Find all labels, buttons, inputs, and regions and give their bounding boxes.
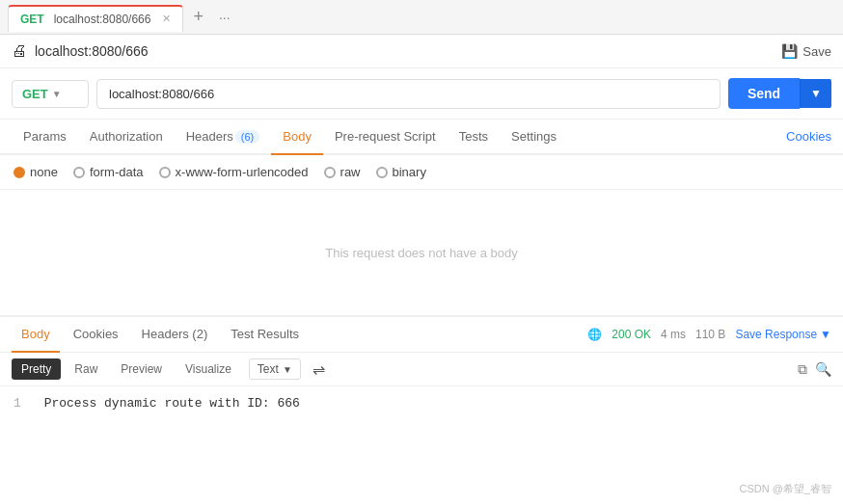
response-tab-testresults[interactable]: Test Results [221, 317, 309, 353]
response-tab-cookies[interactable]: Cookies [64, 317, 128, 353]
send-dropdown-button[interactable]: ▼ [800, 79, 831, 108]
option-binary-label: binary [393, 165, 426, 179]
code-content: 1 Process dynamic route with ID: 666 [0, 386, 843, 420]
tab-prerequest[interactable]: Pre-request Script [323, 119, 448, 155]
tab-close-icon[interactable]: ✕ [162, 13, 171, 25]
send-button-group: Send ▼ [728, 78, 831, 109]
address-bar: 🖨 localhost:8080/666 💾 Save [0, 35, 843, 68]
format-tab-preview[interactable]: Preview [111, 358, 172, 380]
response-tab-body[interactable]: Body [12, 317, 60, 353]
cookies-link[interactable]: Cookies [786, 129, 831, 144]
tab-settings[interactable]: Settings [500, 119, 568, 155]
format-tab-bar: Pretty Raw Preview Visualize Text ▼ ⇌ ⧉ … [0, 353, 843, 386]
radio-none-dot [14, 167, 25, 178]
save-response-chevron-icon: ▼ [820, 328, 831, 341]
tab-headers[interactable]: Headers(6) [175, 119, 272, 155]
save-response-label: Save Response [735, 328, 817, 341]
save-icon: 💾 [781, 43, 798, 59]
status-size: 110 B [695, 328, 725, 341]
status-ok: 200 OK [612, 328, 651, 341]
tab-authorization[interactable]: Authorization [78, 119, 175, 155]
tab-more-button[interactable]: ··· [213, 10, 236, 25]
option-urlencoded[interactable]: x-www-form-urlencoded [159, 165, 309, 179]
response-status-bar: 🌐 200 OK 4 ms 110 B Save Response ▼ [587, 328, 831, 341]
tab-bar: GET localhost:8080/666 ✕ + ··· [0, 0, 843, 35]
search-icon[interactable]: 🔍 [815, 361, 831, 378]
tab-tests[interactable]: Tests [448, 119, 500, 155]
tab-item-1[interactable]: GET localhost:8080/666 ✕ [8, 5, 183, 32]
tab-params[interactable]: Params [12, 119, 78, 155]
method-value: GET [22, 87, 48, 101]
option-none-label: none [30, 165, 58, 179]
response-section: Body Cookies Headers (2) Test Results 🌐 … [0, 315, 843, 420]
format-type-label: Text [258, 362, 279, 376]
copy-icon[interactable]: ⧉ [798, 361, 807, 378]
save-label: Save [802, 44, 831, 59]
radio-urlencoded-dot [159, 167, 171, 178]
code-line-1: Process dynamic route with ID: 666 [44, 396, 300, 411]
response-tab-bar: Body Cookies Headers (2) Test Results 🌐 … [0, 317, 843, 353]
option-binary[interactable]: binary [376, 165, 426, 179]
format-tab-pretty[interactable]: Pretty [12, 358, 61, 380]
format-icons-right: ⧉ 🔍 [798, 361, 831, 378]
watermark: CSDN @希望_睿智 [739, 482, 831, 496]
option-raw-label: raw [340, 165, 361, 179]
radio-form-data-dot [73, 167, 85, 178]
option-raw[interactable]: raw [324, 165, 361, 179]
url-input[interactable] [96, 79, 721, 109]
wrap-icon[interactable]: ⇌ [313, 360, 325, 379]
option-form-data[interactable]: form-data [73, 165, 144, 179]
format-tab-visualize[interactable]: Visualize [176, 358, 241, 380]
nav-tabs: Params Authorization Headers(6) Body Pre… [0, 119, 843, 155]
request-bar: GET ▼ Send ▼ [0, 68, 843, 119]
tab-url-label: localhost:8080/666 [54, 13, 151, 26]
status-time: 4 ms [661, 328, 686, 341]
tab-method-label: GET [20, 13, 44, 26]
option-none[interactable]: none [14, 165, 58, 179]
radio-raw-dot [324, 167, 336, 178]
address-url: localhost:8080/666 [35, 43, 149, 59]
save-button[interactable]: 💾 Save [781, 43, 831, 59]
format-chevron-icon: ▼ [283, 364, 292, 375]
body-options: none form-data x-www-form-urlencoded raw… [0, 155, 843, 190]
tab-body[interactable]: Body [271, 119, 323, 155]
format-tab-raw[interactable]: Raw [65, 358, 107, 380]
radio-binary-dot [376, 167, 388, 178]
chevron-down-icon: ▼ [52, 89, 62, 99]
option-urlencoded-label: x-www-form-urlencoded [176, 165, 309, 179]
option-form-data-label: form-data [90, 165, 144, 179]
address-icon: 🖨 [12, 42, 27, 60]
send-button[interactable]: Send [728, 78, 800, 109]
globe-icon: 🌐 [587, 328, 602, 341]
headers-badge: (6) [235, 130, 259, 144]
save-response-button[interactable]: Save Response ▼ [735, 328, 831, 341]
response-tab-headers[interactable]: Headers (2) [132, 317, 218, 353]
empty-body-message: This request does not have a body [325, 246, 517, 260]
empty-body-area: This request does not have a body [0, 190, 843, 315]
method-select[interactable]: GET ▼ [12, 80, 89, 108]
tab-add-button[interactable]: + [187, 7, 209, 27]
format-type-select[interactable]: Text ▼ [249, 358, 301, 380]
line-number-1: 1 [14, 396, 21, 411]
